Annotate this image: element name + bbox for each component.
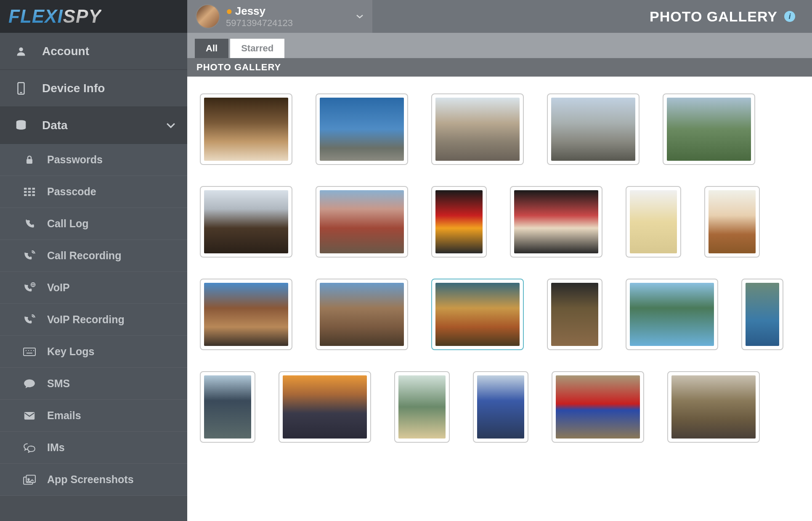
photo-thumb[interactable] <box>547 279 602 350</box>
svg-rect-4 <box>27 159 32 164</box>
photo-image <box>320 98 404 161</box>
subnav-passwords[interactable]: Passwords <box>0 144 187 176</box>
chevron-down-icon <box>166 122 175 128</box>
photo-thumb[interactable] <box>626 279 718 350</box>
info-icon[interactable]: i <box>784 11 795 22</box>
photo-thumb[interactable] <box>663 93 755 165</box>
main-nav: Account Device Info Data <box>0 33 187 521</box>
tab-all[interactable]: All <box>195 39 228 58</box>
logo[interactable]: FLEXISPY <box>0 0 187 33</box>
photo-thumb[interactable] <box>316 93 408 165</box>
photo-image <box>398 375 446 439</box>
subnav-label: App Screenshots <box>47 473 134 486</box>
photo-thumb[interactable] <box>547 93 640 165</box>
profile-id: 5971394724123 <box>226 18 293 29</box>
photo-image <box>671 375 756 439</box>
nav-device-info[interactable]: Device Info <box>0 70 187 107</box>
photo-thumb[interactable] <box>431 186 487 258</box>
photo-image <box>320 283 404 346</box>
subnav-voip-recording[interactable]: VoIP Recording <box>0 304 187 336</box>
photo-image <box>435 283 520 346</box>
subnav-call-log[interactable]: Call Log <box>0 208 187 240</box>
profile-name: ●Jessy <box>226 5 293 18</box>
photo-thumb[interactable] <box>200 279 292 350</box>
svg-rect-7 <box>32 188 35 189</box>
photo-thumb[interactable] <box>200 93 292 165</box>
photo-thumb[interactable] <box>704 186 760 258</box>
subnav-voip[interactable]: VoIP <box>0 272 187 304</box>
nav-label: Device Info <box>42 82 105 95</box>
subnav-key-logs[interactable]: Key Logs <box>0 336 187 368</box>
subnav-label: Passwords <box>47 154 103 166</box>
phone-icon <box>12 82 30 95</box>
subnav-emails[interactable]: Emails <box>0 400 187 432</box>
nav-label: Account <box>42 45 89 58</box>
subnav-label: Key Logs <box>47 346 95 358</box>
user-icon <box>12 45 30 57</box>
gallery-row-2 <box>200 186 799 258</box>
photo-thumb[interactable] <box>626 186 681 258</box>
photo-thumb[interactable] <box>741 279 783 350</box>
chat-icon <box>21 379 38 389</box>
chats-icon <box>21 443 38 453</box>
photo-image <box>630 283 714 346</box>
photo-image <box>435 190 483 253</box>
photo-thumb[interactable] <box>552 371 644 443</box>
main-content: ●Jessy 5971394724123 PHOTO GALLERY i All… <box>187 0 812 521</box>
photo-image <box>435 98 520 161</box>
photo-thumb[interactable] <box>431 279 524 350</box>
header: ●Jessy 5971394724123 PHOTO GALLERY i <box>187 0 812 33</box>
nav-data[interactable]: Data <box>0 107 187 144</box>
svg-rect-13 <box>32 194 35 196</box>
photo-image <box>204 375 251 439</box>
phone-signal-icon <box>21 314 38 325</box>
subnav-label: VoIP Recording <box>47 314 125 326</box>
photo-image <box>551 98 635 161</box>
gallery-row-4 <box>200 371 799 443</box>
photo-thumb[interactable] <box>279 371 371 443</box>
nav-label: Data <box>42 119 68 132</box>
photo-thumb[interactable] <box>510 186 602 258</box>
svg-point-0 <box>19 47 23 51</box>
avatar <box>196 4 220 29</box>
subnav-passcode[interactable]: Passcode <box>0 176 187 208</box>
logo-part2: SPY <box>63 6 101 27</box>
subnav-app-screenshots[interactable]: App Screenshots <box>0 464 187 496</box>
gallery[interactable] <box>187 77 812 521</box>
subnav-label: Call Recording <box>47 250 121 262</box>
photo-thumb[interactable] <box>667 371 760 443</box>
photo-image <box>204 283 288 346</box>
photo-image <box>320 190 404 253</box>
photo-thumb[interactable] <box>316 279 408 350</box>
photo-image <box>746 283 779 346</box>
photo-thumb[interactable] <box>473 371 528 443</box>
photo-image <box>709 190 756 253</box>
photo-image <box>514 190 598 253</box>
screenshots-icon <box>21 475 38 485</box>
tab-starred[interactable]: Starred <box>230 39 284 58</box>
photo-thumb[interactable] <box>200 371 255 443</box>
photo-image <box>630 190 677 253</box>
photo-thumb[interactable] <box>394 371 450 443</box>
photo-image <box>283 375 367 439</box>
photo-image <box>204 190 288 253</box>
tabs: All Starred <box>187 33 812 58</box>
photo-image <box>551 283 598 346</box>
sidebar: FLEXISPY Account Device Info Data <box>0 0 187 521</box>
photo-thumb[interactable] <box>431 93 524 165</box>
database-icon <box>12 119 30 132</box>
svg-rect-12 <box>28 194 31 196</box>
profile-dropdown[interactable]: ●Jessy 5971394724123 <box>187 0 372 33</box>
subnav-call-recording[interactable]: Call Recording <box>0 240 187 272</box>
phone-signal-icon <box>21 250 38 261</box>
photo-thumb[interactable] <box>316 186 408 258</box>
photo-image <box>667 98 751 161</box>
photo-thumb[interactable] <box>200 186 292 258</box>
svg-rect-6 <box>28 188 31 189</box>
subnav-ims[interactable]: IMs <box>0 432 187 464</box>
svg-point-24 <box>28 478 29 480</box>
nav-account[interactable]: Account <box>0 33 187 70</box>
subnav-sms[interactable]: SMS <box>0 368 187 400</box>
svg-rect-10 <box>32 191 35 192</box>
phone-call-icon <box>21 218 38 229</box>
